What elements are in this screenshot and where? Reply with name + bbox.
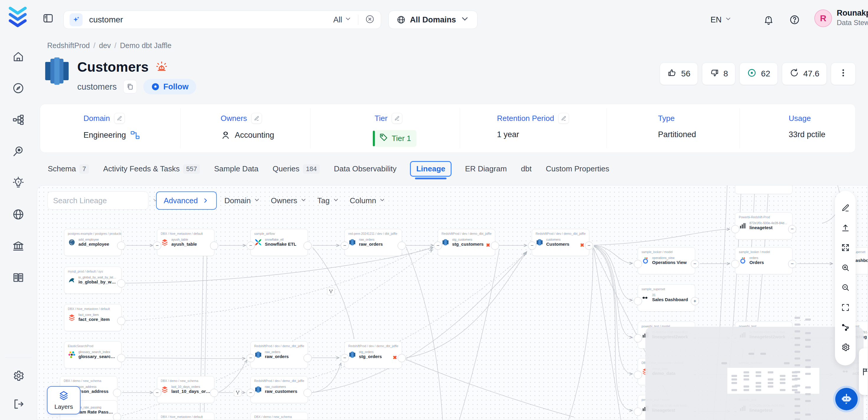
stat-popularity-button[interactable]: 47.6 xyxy=(782,63,827,85)
global-search[interactable]: All xyxy=(63,11,381,29)
lineage-node-customers[interactable]: RedshiftProd / dev / demo_dbt_jafflecust… xyxy=(532,229,589,256)
sidebar-item-globe[interactable] xyxy=(10,207,27,223)
lineage-node-orders[interactable]: sample_looker / modelordersOrders− xyxy=(735,247,793,274)
port-collapse-left[interactable] xyxy=(634,371,642,379)
port-collapse-right[interactable] xyxy=(117,242,125,250)
sidebar-item-home[interactable] xyxy=(10,49,27,65)
tab-custom-properties[interactable]: Custom Properties xyxy=(545,161,610,176)
search-input[interactable] xyxy=(89,15,327,25)
panel-toggle-icon[interactable] xyxy=(42,12,56,27)
tab-er-diagram[interactable]: ER Diagram xyxy=(465,161,507,176)
search-scope-dropdown[interactable]: All xyxy=(333,16,351,25)
lineage-node-raw_customers[interactable]: RedshiftProd / dev / demo_dbt_jaffleraw_… xyxy=(250,376,308,403)
notifications-bell-icon[interactable] xyxy=(763,14,774,27)
toolbar-zoom-in-button[interactable] xyxy=(839,262,852,275)
all-domains-dropdown[interactable]: All Domains xyxy=(389,11,477,29)
lineage-node-stg_orders[interactable]: RedshiftProd / dev / demo_dbt_jafflestg_… xyxy=(344,341,402,368)
breadcrumb-item-demo-dbt-jaffle[interactable]: Demo dbt Jaffle xyxy=(120,41,172,50)
breadcrumb-item-dev[interactable]: dev xyxy=(99,41,111,50)
lineage-node-raw_orders_src[interactable]: red-pere-20241211 / dev / dbt_jaffleraw_… xyxy=(344,229,402,256)
toolbar-zoom-out-button[interactable] xyxy=(839,282,852,295)
port-collapse-right[interactable] xyxy=(304,242,312,250)
user-avatar[interactable]: R xyxy=(814,9,832,27)
port-collapse-left[interactable]: − xyxy=(434,242,442,250)
sidebar-item-observe[interactable] xyxy=(10,144,27,160)
breadcrumb-item-redshiftprod[interactable]: RedshiftProd xyxy=(47,41,90,50)
port-collapse-right[interactable] xyxy=(491,242,499,250)
tab-lineage[interactable]: Lineage xyxy=(410,161,451,177)
edit-tier-button[interactable] xyxy=(392,113,402,124)
sidebar-item-reports[interactable] xyxy=(10,270,27,287)
lineage-canvas[interactable]: postgres-example / postgres / production… xyxy=(37,185,868,420)
tab-dbt[interactable]: dbt xyxy=(520,161,532,176)
follow-button[interactable]: Follow xyxy=(143,79,196,94)
toolbar-expand-button[interactable] xyxy=(839,242,852,255)
port-collapse-right[interactable] xyxy=(304,389,312,397)
lineage-node-pbi_lineagetest[interactable]: Powerbi-Redshift-Prod872e1f0c-500e-4e28-… xyxy=(735,212,793,239)
clear-search-icon[interactable] xyxy=(365,14,375,25)
stat-downvotes-button[interactable]: 8 xyxy=(702,63,736,85)
lineage-node-glossary_search_index[interactable]: ElasticSearchProdglossary_search_indexgl… xyxy=(64,341,122,368)
filter-tag-dropdown[interactable]: Tag xyxy=(317,196,339,205)
port-collapse-right[interactable] xyxy=(113,413,121,420)
sidebar-item-governance[interactable] xyxy=(10,238,27,255)
lineage-search-input[interactable] xyxy=(53,196,152,205)
toolbar-route-button[interactable] xyxy=(839,322,852,334)
port-collapse-right[interactable] xyxy=(210,242,218,250)
port-collapse-right[interactable] xyxy=(117,317,125,325)
port-collapse-right[interactable] xyxy=(117,279,125,288)
lineage-node-last_10_days_orders[interactable]: DBX / demo / new_schemalast_10_days_orde… xyxy=(157,376,214,403)
edit-retention-period-button[interactable] xyxy=(558,113,569,124)
port-collapse-right[interactable] xyxy=(398,242,406,250)
lineage-node-snowflake_etl[interactable]: sample_airflowsnowflake_etlSnowflake ETL… xyxy=(250,229,308,256)
advanced-button[interactable]: Advanced xyxy=(156,191,217,210)
tab-activity-feeds-tasks[interactable]: Activity Feeds & Tasks557 xyxy=(103,161,200,177)
lineage-node-omone[interactable]: omoneomone xyxy=(735,185,793,194)
port-collapse-right[interactable] xyxy=(398,354,406,362)
port-collapse-left[interactable] xyxy=(634,297,642,305)
lineage-node-sales_dashboard[interactable]: sample_superset31Sales Dashboard+ xyxy=(638,284,695,311)
tab-sample-data[interactable]: Sample Data xyxy=(214,161,259,176)
tab-schema[interactable]: Schema7 xyxy=(47,161,90,177)
port-collapse-left[interactable] xyxy=(634,408,642,416)
lineage-node-io_global_by_wait_by_latency[interactable]: mysql_prod / default / sysio_global_by_w… xyxy=(64,267,122,294)
filter-column-dropdown[interactable]: Column xyxy=(350,196,386,205)
port-collapse-left[interactable]: − xyxy=(528,242,536,250)
port-collapse-left[interactable]: − xyxy=(341,242,349,250)
sidebar-item-settings[interactable] xyxy=(10,368,27,385)
side-panel-partial[interactable] xyxy=(859,348,868,395)
alert-siren-icon[interactable] xyxy=(155,60,168,74)
toolbar-edit-button[interactable] xyxy=(839,202,852,215)
port-collapse-left[interactable]: − xyxy=(247,354,255,362)
edit-domain-button[interactable] xyxy=(114,113,125,124)
language-dropdown[interactable]: EN xyxy=(711,16,732,25)
lineage-node-add_employee[interactable]: postgres-example / postgres / production… xyxy=(64,229,122,256)
port-collapse-right[interactable] xyxy=(210,389,218,397)
lineage-node-fact_core_item[interactable]: DBX / hive_metastore / defaultfact_core_… xyxy=(64,304,122,331)
toolbar-upload-button[interactable] xyxy=(839,222,852,235)
layers-button[interactable]: Layers xyxy=(47,386,81,414)
port-collapse-right[interactable]: − xyxy=(585,242,593,250)
tab-data-observability[interactable]: Data Observability xyxy=(333,161,397,176)
port-collapse-left[interactable]: − xyxy=(247,389,255,397)
port-collapse-right[interactable] xyxy=(113,389,121,397)
sidebar-item-insight[interactable] xyxy=(10,175,27,192)
port-collapse-right[interactable]: − xyxy=(691,260,699,268)
lineage-node-stg_customers[interactable]: RedshiftProd / dev / demo_dbt_jafflestg_… xyxy=(438,229,495,256)
lineage-node-dbx_partial_2[interactable]: DBX / demo / new_schema xyxy=(250,412,308,420)
help-icon[interactable] xyxy=(789,14,800,27)
atlan-logo-icon[interactable] xyxy=(8,6,28,28)
ai-assistant-button[interactable] xyxy=(835,388,858,410)
lineage-node-raw_orders_stg[interactable]: RedshiftProd / dev / demo_dbt_jaffleraw_… xyxy=(250,341,308,368)
stat-more-button[interactable] xyxy=(831,63,856,85)
stat-upvotes-button[interactable]: 56 xyxy=(660,63,698,85)
stat-watchers-button[interactable]: 62 xyxy=(739,63,777,85)
port-collapse-right[interactable]: + xyxy=(691,297,699,305)
port-collapse-left[interactable] xyxy=(731,260,739,268)
port-collapse-right[interactable] xyxy=(117,354,125,362)
edit-owners-button[interactable] xyxy=(251,113,262,124)
tier-badge[interactable]: Tier 1 xyxy=(375,130,416,147)
port-collapse-left[interactable]: − xyxy=(247,242,255,250)
branch-icon[interactable] xyxy=(234,389,242,396)
filter-owners-dropdown[interactable]: Owners xyxy=(271,196,307,205)
